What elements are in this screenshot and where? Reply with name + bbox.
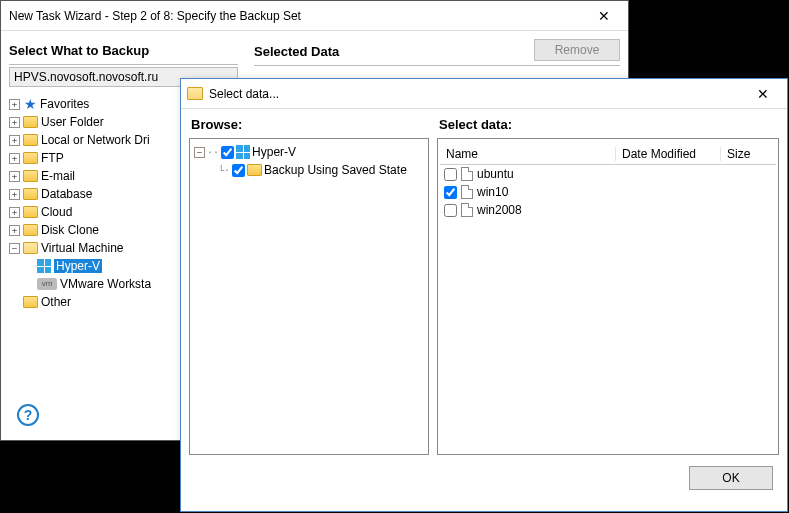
list-header: Name Date Modified Size (440, 143, 776, 165)
expand-icon[interactable]: + (9, 117, 20, 128)
browse-label: Browse: (189, 113, 429, 138)
browse-item-label: Backup Using Saved State (264, 163, 407, 177)
list-item-label: ubuntu (477, 167, 514, 181)
expand-icon[interactable]: + (9, 171, 20, 182)
file-icon (461, 167, 473, 181)
folder-open-icon (187, 87, 203, 100)
select-data-pane: Select data: Name Date Modified Size ubu… (437, 113, 779, 455)
folder-icon (23, 188, 38, 200)
folder-icon (23, 170, 38, 182)
tree-label-selected: Hyper-V (54, 259, 102, 273)
expand-icon[interactable]: + (9, 207, 20, 218)
col-size[interactable]: Size (721, 147, 776, 161)
file-icon (461, 185, 473, 199)
browse-tree: − ·· Hyper-V └· Backup Using Saved State (189, 138, 429, 455)
list-item[interactable]: ubuntu (440, 165, 776, 183)
dialog-title: Select data... (209, 87, 743, 101)
browse-item-hyperv[interactable]: − ·· Hyper-V (192, 143, 426, 161)
list-item[interactable]: win10 (440, 183, 776, 201)
expand-icon[interactable]: + (9, 135, 20, 146)
col-name[interactable]: Name (440, 147, 616, 161)
collapse-icon[interactable]: − (194, 147, 205, 158)
folder-icon (23, 206, 38, 218)
help-icon[interactable]: ? (17, 404, 39, 426)
remove-button[interactable]: Remove (534, 39, 620, 61)
star-icon: ★ (23, 97, 37, 111)
collapse-icon[interactable]: − (9, 243, 20, 254)
left-header: Select What to Backup (9, 39, 238, 65)
list-item-label: win10 (477, 185, 508, 199)
close-icon[interactable]: ✕ (743, 80, 783, 108)
tree-connector: ·· (207, 147, 219, 158)
col-date[interactable]: Date Modified (616, 147, 721, 161)
spacer (9, 297, 20, 308)
folder-icon (23, 296, 38, 308)
tree-connector: └· (218, 165, 230, 176)
select-data-label: Select data: (437, 113, 779, 138)
browse-pane: Browse: − ·· Hyper-V └· Backup Using Sav… (189, 113, 429, 455)
list-item-label: win2008 (477, 203, 522, 217)
dialog-footer: OK (181, 455, 787, 501)
wizard-title: New Task Wizard - Step 2 of 8: Specify t… (9, 9, 584, 23)
ok-button[interactable]: OK (689, 466, 773, 490)
checkbox[interactable] (444, 168, 457, 181)
browse-item-label: Hyper-V (252, 145, 296, 159)
dialog-titlebar: Select data... ✕ (181, 79, 787, 109)
checkbox[interactable] (221, 146, 234, 159)
folder-icon (23, 134, 38, 146)
right-header: Selected Data (254, 40, 339, 65)
expand-icon[interactable]: + (9, 225, 20, 236)
hyperv-icon (37, 259, 51, 273)
select-data-dialog: Select data... ✕ Browse: − ·· Hyper-V └· (180, 78, 788, 512)
checkbox[interactable] (232, 164, 245, 177)
folder-icon (247, 164, 262, 176)
browse-item-saved-state[interactable]: └· Backup Using Saved State (192, 161, 426, 179)
file-icon (461, 203, 473, 217)
checkbox[interactable] (444, 186, 457, 199)
expand-icon[interactable]: + (9, 189, 20, 200)
checkbox[interactable] (444, 204, 457, 217)
select-data-list: Name Date Modified Size ubuntuwin10win20… (437, 138, 779, 455)
folder-icon (23, 152, 38, 164)
folder-icon (23, 224, 38, 236)
list-item[interactable]: win2008 (440, 201, 776, 219)
expand-icon[interactable]: + (9, 153, 20, 164)
close-icon[interactable]: ✕ (584, 2, 624, 30)
wizard-titlebar: New Task Wizard - Step 2 of 8: Specify t… (1, 1, 628, 31)
expand-icon[interactable]: + (9, 99, 20, 110)
folder-icon (23, 116, 38, 128)
hyperv-icon (236, 145, 250, 159)
folder-open-icon (23, 242, 38, 254)
vmware-icon: vm (37, 278, 57, 290)
